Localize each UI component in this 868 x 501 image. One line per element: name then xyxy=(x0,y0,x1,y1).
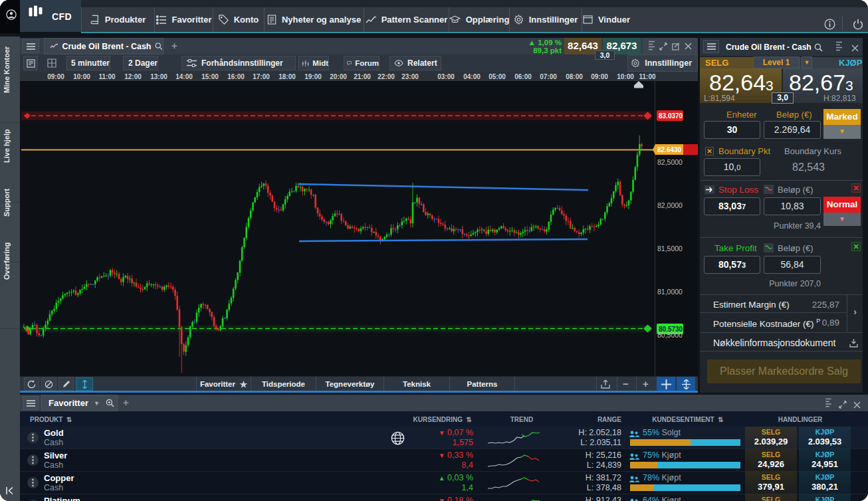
svg-text:83.0370: 83.0370 xyxy=(659,112,683,120)
svg-text:82.6430: 82.6430 xyxy=(657,146,682,153)
